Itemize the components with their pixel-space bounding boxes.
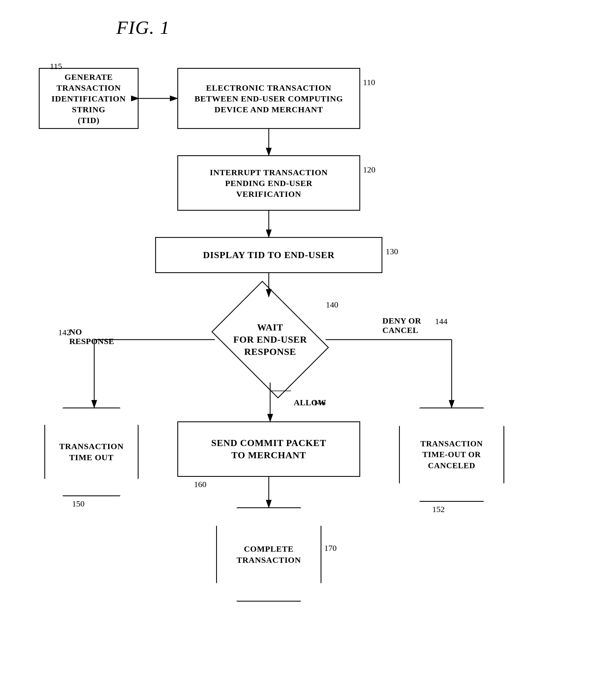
box-120: INTERRUPT TRANSACTION PENDING END-USER V… — [177, 155, 360, 211]
oct-150: TRANSACTION TIME OUT — [44, 407, 138, 496]
oct-152-label: TRANSACTION TIME-OUT OR CANCELED — [420, 438, 483, 471]
diamond-140-label: WAIT FOR END-USER RESPONSE — [215, 321, 326, 358]
box-130: DISPLAY TID TO END-USER — [155, 237, 382, 273]
oct-150-label: TRANSACTION TIME OUT — [59, 441, 124, 463]
ref-120: 120 — [363, 165, 375, 174]
box-115-label: GENERATE TRANSACTION IDENTIFICATION STRI… — [40, 72, 138, 126]
box-110: ELECTRONIC TRANSACTION BETWEEN END-USER … — [177, 68, 360, 129]
box-120-label: INTERRUPT TRANSACTION PENDING END-USER V… — [210, 167, 328, 199]
ref-152: 152 — [432, 504, 445, 514]
box-110-label: ELECTRONIC TRANSACTION BETWEEN END-USER … — [195, 82, 343, 115]
box-115: GENERATE TRANSACTION IDENTIFICATION STRI… — [39, 68, 138, 129]
label-deny-cancel: DENY OR CANCEL — [382, 316, 421, 335]
oct-170: COMPLETE TRANSACTION — [216, 507, 321, 602]
ref-144: 144 — [435, 317, 447, 326]
ref-110: 110 — [363, 78, 375, 87]
ref-146: 146 — [313, 398, 326, 407]
oct-170-label: COMPLETE TRANSACTION — [237, 543, 301, 566]
ref-160: 160 — [194, 480, 206, 489]
box-160: SEND COMMIT PACKET TO MERCHANT — [177, 421, 360, 477]
ref-115: 115 — [50, 61, 62, 71]
ref-130: 130 — [386, 247, 398, 256]
box-130-label: DISPLAY TID TO END-USER — [203, 249, 335, 261]
page-title: FIG. 1 — [116, 17, 170, 39]
ref-150: 150 — [72, 499, 84, 508]
ref-142: 142 — [58, 328, 71, 337]
ref-140: 140 — [326, 300, 338, 309]
label-no-response: NO RESPONSE — [69, 327, 114, 346]
box-160-label: SEND COMMIT PACKET TO MERCHANT — [211, 437, 326, 461]
flowchart: GENERATE TRANSACTION IDENTIFICATION STRI… — [22, 39, 574, 683]
diamond-140-wrapper: WAIT FOR END-USER RESPONSE — [215, 297, 326, 382]
oct-152: TRANSACTION TIME-OUT OR CANCELED — [399, 407, 504, 502]
ref-170: 170 — [324, 543, 337, 553]
